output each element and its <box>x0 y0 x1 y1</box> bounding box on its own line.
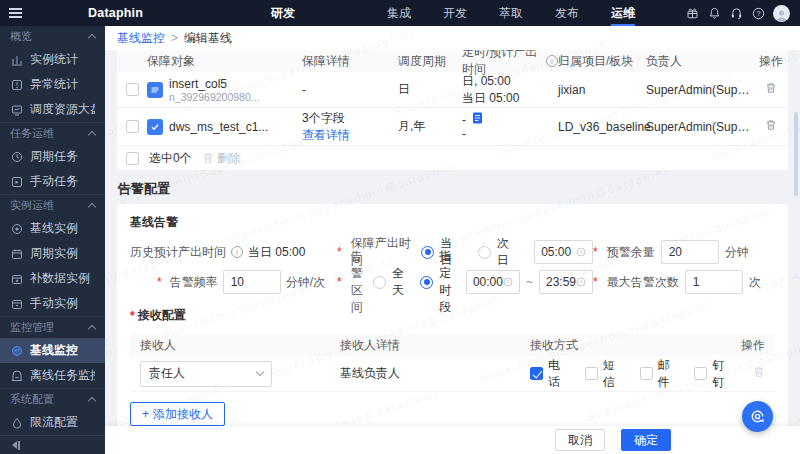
tab-integration[interactable]: 集成 <box>371 0 427 26</box>
cell-cycle: 月,年 <box>398 118 462 135</box>
required-star: * <box>130 309 135 323</box>
col-header-object: 保障对象 <box>147 53 302 70</box>
tab-ops[interactable]: 运维 <box>595 0 651 26</box>
section-title: 系统配置 <box>10 392 54 407</box>
range-allday-label[interactable]: 全天 <box>392 265 404 299</box>
method-phone[interactable]: 电话 <box>530 357 571 391</box>
method-sms[interactable]: 短信 <box>585 357 626 391</box>
tab-publish[interactable]: 发布 <box>539 0 595 26</box>
offline-task-monitor-icon <box>10 369 23 382</box>
range-period-radio[interactable] <box>420 276 433 289</box>
info-icon[interactable] <box>546 55 558 67</box>
help-icon[interactable]: ? <box>751 6 766 21</box>
vertical-scrollbar[interactable] <box>794 112 798 196</box>
margin-unit: 分钟 <box>725 244 749 261</box>
sidebar-item-baseline-instance[interactable]: 基线实例 <box>0 216 105 241</box>
table-type-icon-check <box>147 119 163 135</box>
col-header-detail: 保障详情 <box>302 53 398 70</box>
delete-row-icon[interactable] <box>765 119 777 131</box>
select-all-checkbox[interactable] <box>126 152 139 165</box>
time-line1: 日, 05:00 <box>462 73 558 90</box>
cell-owner: SuperAdmin(SuperAdmin@dataphin) <box>646 83 754 97</box>
object-sub-id: n_392969200980... <box>169 91 260 103</box>
sidebar-item-label: 手动实例 <box>30 295 78 312</box>
section-header-monitor-mgmt[interactable]: 监控管理 <box>0 317 105 338</box>
plus-icon: + <box>142 407 149 421</box>
table-row: dws_ms_test_c1... 3个字段 查看详情 月,年 - - LD_v… <box>117 108 788 146</box>
support-chat-button[interactable] <box>742 401 773 432</box>
history-output-value: 当日 05:00 <box>248 244 305 261</box>
method-phone-checkbox[interactable] <box>530 367 543 380</box>
max-count-input[interactable] <box>685 270 743 294</box>
tab-extract[interactable]: 萃取 <box>483 0 539 26</box>
method-email[interactable]: 邮件 <box>640 357 681 391</box>
sidebar-item-manual-task[interactable]: 手动任务 <box>0 169 105 194</box>
section-header-overview[interactable]: 概览 <box>0 26 105 47</box>
sidebar-item-backfill-instance[interactable]: 补数据实例 <box>0 266 105 291</box>
sidebar-item-throttle-config[interactable]: 限流配置 <box>0 410 105 435</box>
row-checkbox[interactable] <box>126 83 139 96</box>
method-dingtalk-checkbox[interactable] <box>694 367 707 380</box>
frequency-unit: 分钟/次 <box>286 274 325 291</box>
sidebar-item-cycle-task[interactable]: 周期任务 <box>0 144 105 169</box>
range-end-picker[interactable]: 23:59 <box>539 270 593 294</box>
tab-develop[interactable]: 开发 <box>427 0 483 26</box>
object-name[interactable]: insert_col5 <box>169 77 260 91</box>
sidebar-item-manual-instance[interactable]: 手动实例 <box>0 291 105 316</box>
section-header-system-config[interactable]: 系统配置 <box>0 389 105 410</box>
sidebar-item-resource-dashboard[interactable]: 调度资源大盘 <box>0 97 105 122</box>
range-allday-radio[interactable] <box>373 276 386 289</box>
batch-delete-icon[interactable]: 删除 <box>202 150 241 167</box>
info-icon[interactable] <box>231 246 243 258</box>
batch-delete-label: 删除 <box>217 150 241 167</box>
frequency-input[interactable] <box>223 270 281 294</box>
menu-icon[interactable] <box>0 0 30 26</box>
sidebar-item-cycle-instance[interactable]: 周期实例 <box>0 241 105 266</box>
sidebar-item-instance-stats[interactable]: 实例统计 <box>0 47 105 72</box>
time-line2: 当日 05:00 <box>462 90 558 107</box>
section-header-instance-ops[interactable]: 实例运维 <box>0 195 105 216</box>
sidebar-item-baseline-monitor[interactable]: 基线监控 <box>0 338 105 363</box>
method-label: 短信 <box>603 357 626 391</box>
col-header-cycle: 调度周期 <box>398 53 462 70</box>
range-period-label[interactable]: 指定时段 <box>439 248 456 316</box>
method-email-checkbox[interactable] <box>640 367 653 380</box>
sidebar-item-label: 基线监控 <box>30 342 78 359</box>
user-avatar[interactable] <box>773 5 790 22</box>
sidebar-item-offline-task-monitor[interactable]: 离线任务监控 <box>0 363 105 388</box>
promise-nextday-radio[interactable] <box>478 246 491 259</box>
confirm-button[interactable]: 确定 <box>621 429 671 451</box>
view-detail-link[interactable]: 查看详情 <box>302 127 398 144</box>
required-star: * <box>337 275 342 289</box>
product-name[interactable]: 研发 <box>271 5 295 22</box>
range-start-picker[interactable]: 00:00 <box>466 270 520 294</box>
col-header-project: 归属项目/板块 <box>558 53 646 70</box>
receiver-select[interactable]: 责任人 <box>140 361 272 387</box>
document-icon[interactable] <box>472 112 483 127</box>
object-name[interactable]: dws_ms_test_c1... <box>169 120 268 134</box>
cancel-button[interactable]: 取消 <box>555 429 605 451</box>
breadcrumb-parent[interactable]: 基线监控 <box>117 30 165 47</box>
row-checkbox[interactable] <box>126 120 139 133</box>
frequency-label: 告警频率 <box>170 274 218 291</box>
method-dingtalk[interactable]: 钉钉 <box>694 357 735 391</box>
add-receiver-button[interactable]: + 添加接收人 <box>130 402 225 426</box>
delete-row-icon[interactable] <box>765 82 777 94</box>
object-table-header: 保障对象 保障详情 调度周期 定时/预计产出时间 归属项目/板块 负责人 操作 <box>117 50 788 72</box>
chevron-up-icon <box>88 33 96 41</box>
sidebar-item-label: 周期任务 <box>30 148 78 165</box>
alert-config-card: 基线告警 历史预计产出时间 当日 05:00 * 保障产出时间 当日 次日 05… <box>117 204 788 426</box>
promise-sameday-radio[interactable] <box>421 246 434 259</box>
table-selection-bar: 选中0个 删除 <box>117 146 788 170</box>
delete-receiver-icon[interactable] <box>753 366 765 378</box>
bell-icon[interactable] <box>707 6 722 21</box>
clock-icon <box>576 277 586 287</box>
gift-icon[interactable] <box>685 6 700 21</box>
max-count-unit: 次 <box>749 274 761 291</box>
collapse-sidebar-button[interactable] <box>0 435 105 454</box>
margin-input[interactable] <box>661 240 719 264</box>
method-sms-checkbox[interactable] <box>585 367 598 380</box>
headset-icon[interactable] <box>729 6 744 21</box>
section-header-task-ops[interactable]: 任务运维 <box>0 123 105 144</box>
sidebar-item-error-stats[interactable]: 异常统计 <box>0 72 105 97</box>
